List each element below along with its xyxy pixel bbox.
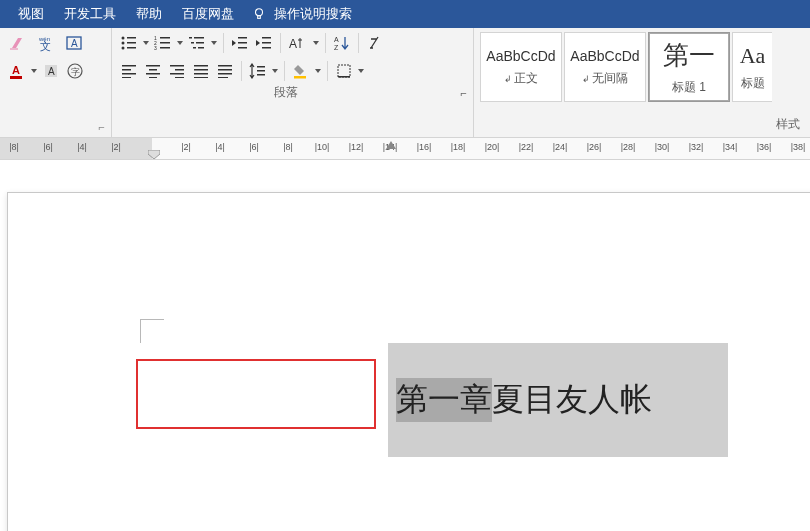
style-preview: Aa — [740, 43, 766, 69]
phonetic-guide-button[interactable]: wén文 — [34, 32, 60, 54]
svg-rect-42 — [122, 77, 131, 78]
ruler-tab-marker[interactable] — [386, 141, 396, 149]
font-color-dropdown[interactable] — [30, 60, 38, 82]
ruler-tick: |16| — [417, 142, 432, 152]
menu-help[interactable]: 帮助 — [126, 0, 172, 28]
clear-formatting-button[interactable] — [6, 32, 32, 54]
svg-rect-53 — [194, 73, 208, 75]
document-page[interactable]: 第一章夏目友人帐 — [7, 192, 810, 531]
svg-text:A: A — [289, 37, 297, 51]
asian-layout-button[interactable]: A — [286, 32, 310, 54]
menubar: 视图 开发工具 帮助 百度网盘 操作说明搜索 — [0, 0, 810, 28]
ruler-tick: |32| — [689, 142, 704, 152]
svg-rect-19 — [160, 37, 170, 39]
style-name: ↲正文 — [504, 70, 538, 87]
line-spacing-dropdown[interactable] — [271, 60, 279, 82]
svg-rect-25 — [194, 37, 204, 39]
svg-rect-54 — [194, 77, 208, 78]
svg-rect-48 — [175, 69, 184, 71]
svg-rect-35 — [262, 47, 271, 49]
svg-text:字: 字 — [71, 67, 80, 77]
annotation-red-box — [136, 359, 376, 429]
ruler-tick: |18| — [451, 142, 466, 152]
style-title[interactable]: Aa 标题 — [732, 32, 772, 102]
style-normal[interactable]: AaBbCcDd ↲正文 — [480, 32, 562, 102]
align-left-button[interactable] — [118, 60, 140, 82]
svg-rect-47 — [170, 65, 184, 67]
search-placeholder: 操作说明搜索 — [274, 5, 352, 23]
paragraph-group: 123 A AZ — [112, 28, 474, 137]
svg-rect-13 — [127, 37, 136, 39]
svg-rect-51 — [194, 65, 208, 67]
bullets-dropdown[interactable] — [142, 32, 150, 54]
sort-button[interactable]: AZ — [331, 32, 353, 54]
svg-rect-52 — [194, 69, 208, 71]
svg-point-16 — [122, 47, 125, 50]
align-distributed-button[interactable] — [214, 60, 236, 82]
svg-rect-24 — [189, 37, 192, 39]
svg-rect-56 — [218, 69, 232, 71]
ruler-tick: |8| — [9, 142, 19, 152]
svg-point-0 — [256, 9, 263, 16]
ruler-tick: |22| — [519, 142, 534, 152]
svg-rect-31 — [238, 42, 247, 44]
ruler-indent-marker[interactable] — [148, 150, 160, 160]
paragraph-group-label: 段落 — [118, 82, 455, 103]
borders-dropdown[interactable] — [357, 60, 365, 82]
font-group: wén文 A A A 字 ⌐ — [0, 28, 112, 137]
styles-group: AaBbCcDd ↲正文 AaBbCcDd ↲无间隔 第一 标题 1 Aa 标题… — [474, 28, 810, 137]
style-heading1[interactable]: 第一 标题 1 — [648, 32, 730, 102]
multilevel-list-button[interactable] — [186, 32, 208, 54]
bullets-button[interactable] — [118, 32, 140, 54]
align-justify-button[interactable] — [190, 60, 212, 82]
asian-layout-dropdown[interactable] — [312, 32, 320, 54]
ruler-tick: |36| — [757, 142, 772, 152]
style-name: 标题 1 — [672, 79, 706, 96]
character-border-button[interactable]: A — [62, 32, 86, 54]
style-no-spacing[interactable]: AaBbCcDd ↲无间隔 — [564, 32, 646, 102]
document-area[interactable]: 第一章夏目友人帐 — [0, 160, 810, 531]
ruler-tick: |2| — [111, 142, 121, 152]
svg-rect-21 — [160, 42, 170, 44]
font-group-launcher[interactable]: ⌐ — [6, 119, 105, 135]
borders-button[interactable] — [333, 60, 355, 82]
show-marks-button[interactable] — [364, 32, 386, 54]
svg-text:Z: Z — [334, 44, 339, 51]
svg-rect-64 — [338, 76, 350, 78]
svg-rect-27 — [196, 42, 204, 44]
heading-rest-text: 夏目友人帐 — [492, 378, 652, 422]
svg-text:文: 文 — [40, 40, 51, 52]
align-center-button[interactable] — [142, 60, 164, 82]
shading-dropdown[interactable] — [314, 60, 322, 82]
align-right-button[interactable] — [166, 60, 188, 82]
character-shading-button[interactable]: A — [40, 60, 62, 82]
decrease-indent-button[interactable] — [229, 32, 251, 54]
font-color-button[interactable]: A — [6, 60, 28, 82]
multilevel-dropdown[interactable] — [210, 32, 218, 54]
menu-devtools[interactable]: 开发工具 — [54, 0, 126, 28]
lightbulb-icon — [252, 7, 266, 21]
enclose-characters-button[interactable]: 字 — [64, 60, 86, 82]
line-spacing-button[interactable] — [247, 60, 269, 82]
svg-rect-15 — [127, 42, 136, 44]
horizontal-ruler[interactable]: |8||6||4||2||2||4||6||8||10||12||14||16|… — [0, 138, 810, 160]
svg-rect-41 — [122, 73, 136, 75]
ruler-margin-shade — [0, 138, 152, 159]
numbering-button[interactable]: 123 — [152, 32, 174, 54]
svg-rect-46 — [149, 77, 157, 78]
style-name: 标题 — [741, 75, 765, 92]
tell-me-search[interactable]: 操作说明搜索 — [252, 5, 352, 23]
menu-baidu[interactable]: 百度网盘 — [172, 0, 244, 28]
numbering-dropdown[interactable] — [176, 32, 184, 54]
menu-view[interactable]: 视图 — [8, 0, 54, 28]
ruler-tick: |12| — [349, 142, 364, 152]
svg-text:A: A — [71, 38, 78, 49]
increase-indent-button[interactable] — [253, 32, 275, 54]
svg-rect-55 — [218, 65, 232, 67]
ruler-tick: |34| — [723, 142, 738, 152]
svg-rect-60 — [257, 70, 265, 72]
heading-text-block[interactable]: 第一章夏目友人帐 — [388, 343, 728, 457]
svg-rect-1 — [258, 16, 261, 19]
shading-button[interactable] — [290, 60, 312, 82]
paragraph-group-launcher[interactable]: ⌐ — [455, 87, 467, 99]
